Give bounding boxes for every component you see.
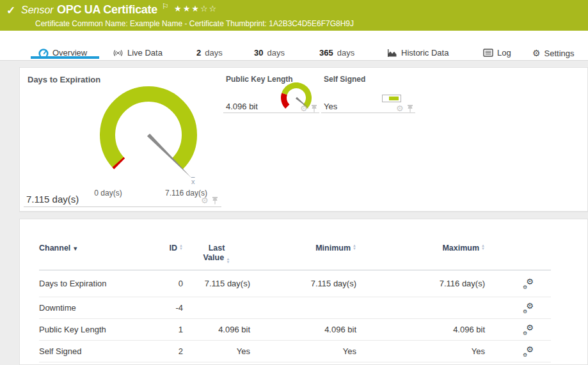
gauge-divider [321,113,415,113]
channel-id: 0 [145,279,183,288]
channel-last-value: Yes [183,346,250,356]
tab-live-data[interactable]: Live Data [113,48,163,58]
tab-label: Historic Data [401,48,449,58]
channel-minimum: 7.115 day(s) [250,279,356,288]
col-header-label: Channel [39,244,70,252]
sensor-title: OPC UA Certificate [57,3,157,17]
object-kind-label: Sensor [21,4,54,16]
pin-icon[interactable] [311,104,317,113]
col-header-label: Maximum [442,244,479,252]
tab-days-number: 365 [319,48,333,58]
tab-days-number: 30 [254,48,263,58]
tab-30-days[interactable]: 30 days [254,48,285,58]
gauge-divider [223,113,319,113]
col-header-maximum[interactable]: Maximum ▲▼ [356,244,485,252]
col-header-channel[interactable]: Channel ▾ [39,244,145,252]
channel-settings-icon[interactable]: ⚙⚙ [523,279,534,289]
gauge-divider [24,206,221,207]
gauge-footer-icons: ⚙ [300,104,317,113]
sort-icon: ▲▼ [226,258,230,264]
gauge-value-public-key-length: 4.096 bit [226,102,258,111]
tab-historic-data[interactable]: Historic Data [387,48,449,58]
tab-days-number: 2 [196,48,201,58]
gauge-value-days-to-expiration: 7.115 day(s) [26,194,79,205]
status-ok-check-icon: ✓ [6,4,15,17]
log-list-icon [483,49,493,57]
tab-days-unit: days [205,48,222,58]
pin-icon[interactable] [212,196,218,205]
col-header-id[interactable]: ID ▲▼ [145,244,183,252]
tab-days-unit: days [337,48,354,58]
col-header-label: ID [170,244,178,252]
subtitle-separator: - [184,19,187,28]
channel-settings-icon[interactable]: ⚙⚙ [523,303,534,313]
sort-icon: ▲▼ [481,244,485,251]
sensor-subtitle: Certificate Common Name: Example Name - … [35,19,354,28]
pin-icon[interactable] [407,104,413,113]
channel-settings-icon[interactable]: ⚙⚙ [523,325,534,335]
thumbprint-label: Certificate Thumbprint: [189,19,267,28]
broadcast-icon [113,49,123,58]
tab-365-days[interactable]: 365 days [319,48,354,58]
channel-maximum: 7.116 day(s) [356,279,485,288]
table-row[interactable]: Days to Expiration 0 7.115 day(s) 7.115 … [39,270,551,297]
self-signed-indicator [382,95,401,102]
col-header-minimum[interactable]: Minimum ▲▼ [250,244,356,252]
tab-log[interactable]: Log [483,48,511,58]
tab-settings[interactable]: ⚙ Settings [532,48,575,58]
tab-2-days[interactable]: 2 days [196,48,223,58]
col-header-last-value[interactable]: Last Value ▲▼ [183,244,250,264]
area-chart-icon [387,49,397,58]
gauge-title-self-signed: Self Signed [324,75,365,84]
table-header-row: Channel ▾ ID ▲▼ Last Value ▲▼ Minimum ▲▼… [39,244,551,270]
channel-last-value: 4.096 bit [183,325,250,334]
overview-gauges-panel: Days to Expiration 0 day(s) 7.116 day(s)… [19,67,588,212]
tab-days-unit: days [267,48,284,58]
tab-label: Live Data [127,48,163,58]
channel-id: 1 [145,325,183,334]
channel-minimum: Yes [250,346,356,356]
tab-bar: Overview Live Data 2 days 30 days 365 da… [0,31,588,61]
gauge-footer-icons: ⚙ [201,196,218,205]
priority-stars[interactable]: ★★★☆☆ [174,4,218,13]
channel-name[interactable]: Public Key Length [39,325,145,334]
channel-maximum: Yes [356,346,485,356]
thumbprint-value: 1A2B3C4D5E6F7G8H9J [269,19,354,28]
gauge-value-self-signed: Yes [324,102,337,111]
tab-label: Settings [544,49,575,58]
tab-label: Log [497,48,511,58]
table-row[interactable]: Self Signed 2 Yes Yes Yes ⚙⚙ [39,341,551,362]
mean-marker: x [191,178,195,185]
flag-icon[interactable]: ⚐ [162,2,169,11]
channel-name[interactable]: Self Signed [39,346,145,356]
active-tab-indicator [31,56,99,59]
sensor-header: ✓ Sensor OPC UA Certificate ⚐ ★★★☆☆ Cert… [0,0,588,31]
col-header-label: Last Value [203,244,225,262]
channels-panel: Channel ▾ ID ▲▼ Last Value ▲▼ Minimum ▲▼… [19,219,588,365]
gauge-footer-icons: ⚙ [396,104,413,113]
col-header-label: Minimum [315,244,351,252]
channel-name[interactable]: Days to Expiration [39,279,145,288]
table-row[interactable]: Downtime -4 ⚙⚙ [39,297,551,319]
gear-icon[interactable]: ⚙ [201,197,209,205]
channel-id: 2 [145,346,183,356]
indicator-fill [389,97,399,100]
prtg-sensor-page: ✓ Sensor OPC UA Certificate ⚐ ★★★☆☆ Cert… [0,0,588,365]
channel-maximum: 4.096 bit [356,325,485,334]
common-name-label: Certificate Common Name: [35,19,128,28]
channel-last-value: 7.115 day(s) [183,279,250,288]
channel-settings-icon[interactable]: ⚙⚙ [523,346,534,357]
channel-id: -4 [145,303,183,313]
gear-icon[interactable]: ⚙ [396,105,404,113]
gear-icon: ⚙ [532,48,541,58]
channel-minimum: 4.096 bit [250,325,356,334]
gear-icon[interactable]: ⚙ [300,105,308,113]
gauge-title-days-to-expiration: Days to Expiration [28,75,100,84]
gauge-scale-min: 0 day(s) [79,189,137,198]
days-to-expiration-gauge [95,82,202,190]
table-row[interactable]: Public Key Length 1 4.096 bit 4.096 bit … [39,319,551,341]
sort-caret-icon: ▾ [74,245,77,252]
common-name-value: Example Name [130,19,182,28]
channel-name[interactable]: Downtime [39,303,145,313]
channels-table: Channel ▾ ID ▲▼ Last Value ▲▼ Minimum ▲▼… [39,244,551,362]
